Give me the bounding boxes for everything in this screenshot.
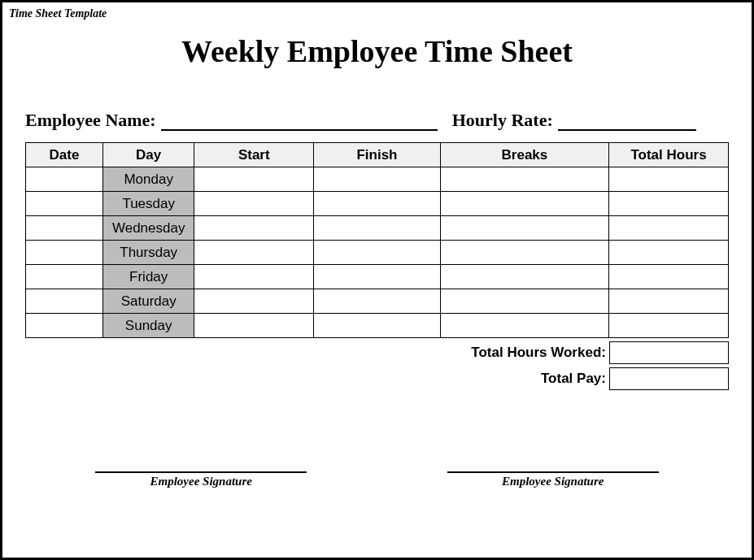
- signature-line-right[interactable]: [447, 471, 659, 473]
- start-cell[interactable]: [194, 167, 314, 192]
- timesheet-table: Date Day Start Finish Breaks Total Hours…: [25, 142, 729, 338]
- col-header-date: Date: [26, 143, 103, 167]
- employee-name-input[interactable]: [161, 111, 438, 131]
- col-header-total: Total Hours: [609, 143, 729, 167]
- breaks-cell[interactable]: [440, 241, 608, 265]
- finish-cell[interactable]: [314, 216, 441, 241]
- table-row: Wednesday: [26, 216, 729, 241]
- start-cell[interactable]: [194, 265, 314, 289]
- col-header-finish: Finish: [314, 143, 441, 167]
- date-cell[interactable]: [26, 314, 103, 338]
- summary-total-pay-row: Total Pay:: [25, 367, 729, 390]
- top-fields-row: Employee Name: Hourly Rate:: [25, 110, 729, 131]
- hourly-rate-label: Hourly Rate:: [452, 110, 553, 131]
- table-row: Tuesday: [26, 192, 729, 216]
- table-row: Monday: [26, 167, 729, 192]
- start-cell[interactable]: [194, 216, 314, 241]
- total-cell[interactable]: [609, 289, 729, 314]
- date-cell[interactable]: [26, 289, 103, 314]
- table-row: Friday: [26, 265, 729, 289]
- total-cell[interactable]: [609, 167, 729, 192]
- day-cell: Wednesday: [103, 216, 194, 241]
- signatures-row: Employee Signature Employee Signature: [25, 471, 729, 488]
- day-cell: Sunday: [103, 314, 194, 338]
- total-hours-worked-box[interactable]: [609, 341, 729, 364]
- total-hours-worked-label: Total Hours Worked:: [471, 345, 606, 361]
- finish-cell[interactable]: [314, 314, 441, 338]
- start-cell[interactable]: [194, 314, 314, 338]
- total-pay-box[interactable]: [609, 367, 729, 390]
- finish-cell[interactable]: [314, 289, 441, 314]
- table-row: Sunday: [26, 314, 729, 338]
- day-cell: Tuesday: [103, 192, 194, 216]
- breaks-cell[interactable]: [440, 167, 608, 192]
- date-cell[interactable]: [26, 241, 103, 265]
- day-cell: Friday: [103, 265, 194, 289]
- signature-block-right: Employee Signature: [447, 471, 659, 488]
- total-cell[interactable]: [609, 241, 729, 265]
- col-header-day: Day: [103, 143, 194, 167]
- date-cell[interactable]: [26, 192, 103, 216]
- breaks-cell[interactable]: [440, 289, 608, 314]
- page-frame: Time Sheet Template Weekly Employee Time…: [0, 0, 754, 560]
- summary-total-hours-row: Total Hours Worked:: [25, 341, 729, 364]
- signature-block-left: Employee Signature: [95, 471, 307, 488]
- date-cell[interactable]: [26, 265, 103, 289]
- table-row: Saturday: [26, 289, 729, 314]
- page-title: Weekly Employee Time Sheet: [25, 33, 729, 69]
- table-header-row: Date Day Start Finish Breaks Total Hours: [26, 143, 729, 167]
- finish-cell[interactable]: [314, 192, 441, 216]
- table-row: Thursday: [26, 241, 729, 265]
- start-cell[interactable]: [194, 289, 314, 314]
- start-cell[interactable]: [194, 241, 314, 265]
- start-cell[interactable]: [194, 192, 314, 216]
- signature-label-left: Employee Signature: [95, 475, 307, 488]
- breaks-cell[interactable]: [440, 314, 608, 338]
- finish-cell[interactable]: [314, 265, 441, 289]
- total-pay-label: Total Pay:: [541, 371, 606, 387]
- template-tag: Time Sheet Template: [9, 7, 107, 20]
- date-cell[interactable]: [26, 167, 103, 192]
- signature-label-right: Employee Signature: [447, 475, 659, 488]
- finish-cell[interactable]: [314, 167, 441, 192]
- hourly-rate-input[interactable]: [558, 111, 696, 131]
- breaks-cell[interactable]: [440, 216, 608, 241]
- total-cell[interactable]: [609, 192, 729, 216]
- day-cell: Saturday: [103, 289, 194, 314]
- date-cell[interactable]: [26, 216, 103, 241]
- col-header-start: Start: [194, 143, 314, 167]
- total-cell[interactable]: [609, 314, 729, 338]
- total-cell[interactable]: [609, 216, 729, 241]
- col-header-breaks: Breaks: [440, 143, 608, 167]
- day-cell: Monday: [103, 167, 194, 192]
- finish-cell[interactable]: [314, 241, 441, 265]
- day-cell: Thursday: [103, 241, 194, 265]
- employee-name-label: Employee Name:: [25, 110, 156, 131]
- signature-line-left[interactable]: [95, 471, 307, 473]
- breaks-cell[interactable]: [440, 265, 608, 289]
- breaks-cell[interactable]: [440, 192, 608, 216]
- total-cell[interactable]: [609, 265, 729, 289]
